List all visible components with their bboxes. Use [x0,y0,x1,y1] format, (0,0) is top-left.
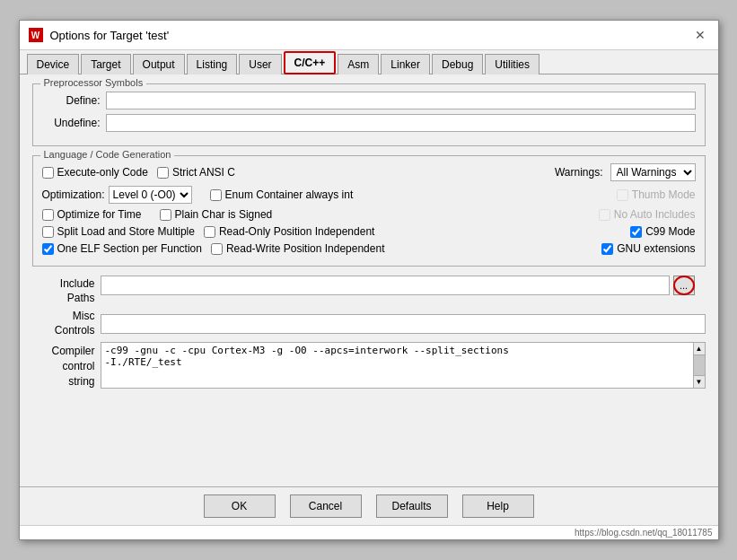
split-load-label: Split Load and Store Multiple [57,225,195,238]
split-load-checkbox[interactable] [42,226,54,238]
read-write-pos-checkbox[interactable] [211,243,223,255]
misc-controls-input[interactable] [101,314,706,334]
status-bar: https://blog.csdn.net/qq_18011785 [20,525,718,539]
gnu-ext-row: GNU extensions [601,242,695,255]
language-group-label: Language / Code Generation [40,149,175,160]
tab-utilities[interactable]: Utilities [485,54,540,74]
defaults-button[interactable]: Defaults [376,494,448,518]
optimize-time-checkbox[interactable] [42,209,54,221]
scroll-down-button[interactable]: ▼ [694,375,705,388]
c99-mode-checkbox[interactable] [630,226,642,238]
content-area: Preprocessor Symbols Define: Undefine: L… [20,74,718,486]
tab-output[interactable]: Output [133,54,185,74]
help-button[interactable]: Help [462,494,534,518]
compiler-control-section: Compiler control string -c99 -gnu -c -cp… [32,342,706,389]
no-auto-includes-checkbox[interactable] [599,209,610,221]
optimization-row: Optimization: Level 0 (-O0)Level 1 (-O1)… [42,186,192,204]
tab-listing[interactable]: Listing [187,54,238,74]
thumb-mode-checkbox[interactable] [617,189,628,201]
include-paths-wrap: ... [101,276,670,295]
include-browse-button[interactable]: ... [673,276,695,295]
tab-linker[interactable]: Linker [381,54,430,74]
plain-char-checkbox[interactable] [160,209,171,221]
close-button[interactable]: ✕ [691,26,709,44]
preprocessor-group-label: Preprocessor Symbols [40,77,147,88]
undefine-label: Undefine: [42,117,101,129]
warnings-row: Warnings: No WarningsAll WarningsMISRA C [555,163,696,181]
read-only-pos-checkbox[interactable] [204,226,215,238]
main-dialog: W Options for Target 'test' ✕ Device Tar… [19,20,719,540]
tab-cpp[interactable]: C/C++ [284,51,337,74]
read-write-pos-label: Read-Write Position Independent [226,242,385,255]
enum-container-checkbox[interactable] [210,189,222,201]
split-load-row: Split Load and Store Multiple [42,225,195,238]
status-bar-text: https://blog.csdn.net/qq_18011785 [575,528,712,538]
c99-mode-row: C99 Mode [630,225,695,238]
compiler-control-label: Compiler control string [32,342,95,389]
include-paths-label: Include Paths [32,276,95,305]
optimize-time-label: Optimize for Time [57,208,142,221]
title-bar-left: W Options for Target 'test' [29,28,170,42]
no-auto-includes-row: No Auto Includes [599,208,696,221]
app-icon: W [29,28,43,42]
execute-only-code-row: Execute-only Code [42,166,148,179]
execute-only-code-label: Execute-only Code [57,166,148,179]
read-only-pos-label: Read-Only Position Independent [219,225,374,238]
language-group: Language / Code Generation Execute-only … [32,155,706,267]
undefine-row: Undefine: [42,114,696,132]
strict-ansi-c-row: Strict ANSI C [157,166,235,179]
define-label: Define: [42,94,101,107]
misc-controls-section: Misc Controls [32,310,706,337]
tab-debug[interactable]: Debug [432,54,483,74]
no-auto-includes-label: No Auto Includes [614,208,696,221]
execute-only-code-checkbox[interactable] [42,167,54,179]
footer-buttons: OK Cancel Defaults Help [20,486,718,525]
optimize-time-row: Optimize for Time [42,208,142,221]
thumb-mode-row: Thumb Mode [617,188,696,201]
strict-ansi-c-checkbox[interactable] [157,167,169,179]
compiler-control-textarea[interactable]: -c99 -gnu -c -cpu Cortex-M3 -g -O0 --apc… [101,342,694,389]
one-elf-row: One ELF Section per Function [42,242,202,255]
preprocessor-group: Preprocessor Symbols Define: Undefine: [32,83,706,146]
thumb-mode-label: Thumb Mode [632,188,696,201]
enum-container-row: Enum Container always int [210,188,354,201]
one-elf-checkbox[interactable] [42,243,54,255]
scroll-thumb [694,355,705,375]
compiler-scrollbar: ▲ ▼ [693,342,706,389]
dialog-title: Options for Target 'test' [50,29,170,42]
include-paths-input[interactable] [101,276,670,295]
c99-mode-label: C99 Mode [645,225,695,238]
tab-target[interactable]: Target [81,54,130,74]
title-bar: W Options for Target 'test' ✕ [20,21,718,50]
strict-ansi-c-label: Strict ANSI C [172,166,235,179]
read-only-pos-row: Read-Only Position Independent [204,225,374,238]
gnu-ext-label: GNU extensions [617,242,695,255]
enum-container-label: Enum Container always int [225,188,354,201]
cancel-button[interactable]: Cancel [290,494,362,518]
undefine-input[interactable] [106,114,696,132]
scroll-up-button[interactable]: ▲ [694,343,705,355]
define-row: Define: [42,92,696,109]
read-write-pos-row: Read-Write Position Independent [211,242,385,255]
plain-char-label: Plain Char is Signed [175,208,273,221]
warnings-select[interactable]: No WarningsAll WarningsMISRA C [610,163,696,181]
tab-user[interactable]: User [239,54,281,74]
gnu-ext-checkbox[interactable] [601,243,613,255]
optimization-select[interactable]: Level 0 (-O0)Level 1 (-O1)Level 2 (-O2)L… [109,186,192,204]
tab-asm[interactable]: Asm [338,54,379,74]
plain-char-row: Plain Char is Signed [160,208,273,221]
ok-button[interactable]: OK [204,494,276,518]
compiler-textarea-wrap: -c99 -gnu -c -cpu Cortex-M3 -g -O0 --apc… [101,342,706,389]
include-paths-section: Include Paths ... [32,276,706,305]
tab-bar: Device Target Output Listing User C/C++ … [20,50,718,74]
one-elf-label: One ELF Section per Function [57,242,202,255]
misc-controls-label: Misc Controls [32,310,95,337]
optimization-label: Optimization: [42,188,105,201]
tab-device[interactable]: Device [27,54,80,74]
warnings-label: Warnings: [555,166,603,179]
define-input[interactable] [106,92,696,109]
